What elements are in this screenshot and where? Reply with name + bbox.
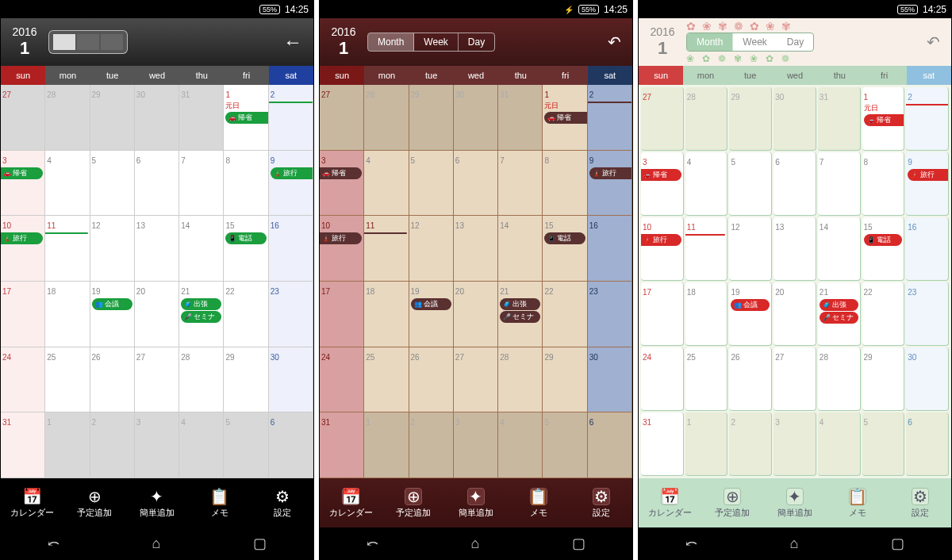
day-cell[interactable]: 15📱電話 — [543, 216, 587, 282]
day-cell[interactable]: 26 — [409, 347, 454, 413]
event-chip[interactable] — [269, 102, 313, 103]
event-chip[interactable]: 👥会議 — [411, 298, 451, 310]
day-cell[interactable]: 13 — [135, 216, 179, 282]
day-cell[interactable]: 26 — [729, 347, 772, 411]
day-cell[interactable]: 11 — [45, 216, 90, 282]
toolbar-note-button[interactable]: 📋メモ — [507, 478, 570, 527]
day-cell[interactable]: 9🗼旅行 — [588, 151, 632, 217]
day-cell[interactable]: 4 — [818, 412, 861, 476]
day-cell[interactable]: 31 — [498, 85, 543, 151]
event-chip[interactable]: 🗼旅行 — [320, 232, 362, 244]
event-chip[interactable]: 🎤セミナ — [820, 312, 858, 324]
day-cell[interactable]: 21🧳出張🎤セミナ — [498, 282, 543, 347]
day-cell[interactable]: 4 — [685, 152, 728, 216]
home-icon[interactable]: ⌂ — [790, 535, 799, 552]
day-cell[interactable]: 27 — [774, 347, 816, 411]
event-chip[interactable]: 🗼旅行 — [1, 232, 43, 244]
view-tab-week[interactable]: Week — [733, 33, 777, 51]
day-cell[interactable]: 23 — [588, 282, 632, 347]
day-cell[interactable]: 20 — [774, 282, 816, 346]
day-cell[interactable]: 29 — [90, 85, 135, 151]
day-cell[interactable]: 28 — [498, 347, 543, 413]
toolbar-plus-button[interactable]: ⊕予定追加 — [701, 478, 764, 527]
event-chip[interactable]: 🗼旅行 — [641, 234, 681, 246]
day-cell[interactable]: 5 — [543, 412, 587, 478]
day-cell[interactable]: 2 — [409, 412, 454, 478]
day-cell[interactable]: 30 — [774, 87, 816, 151]
day-cell[interactable]: 3 — [774, 412, 816, 476]
day-cell[interactable]: 23 — [269, 282, 313, 347]
day-cell[interactable]: 6 — [906, 412, 949, 476]
back-icon[interactable]: ⤺ — [48, 535, 60, 552]
event-chip[interactable]: 🗼旅行 — [908, 169, 949, 181]
event-chip[interactable]: 🚗帰省 — [864, 114, 905, 126]
day-cell[interactable]: 2 — [906, 87, 949, 151]
day-cell[interactable]: 17 — [320, 282, 364, 347]
event-chip[interactable] — [364, 232, 406, 234]
day-cell[interactable]: 25 — [364, 347, 409, 413]
day-cell[interactable]: 17 — [1, 282, 45, 347]
toolbar-star-plus-button[interactable]: ✦簡単追加 — [126, 478, 189, 527]
day-cell[interactable]: 18 — [45, 282, 90, 347]
event-chip[interactable]: 🗼旅行 — [589, 167, 632, 179]
day-cell[interactable]: 2 — [588, 85, 632, 151]
day-cell[interactable]: 1 — [45, 412, 90, 478]
back-button[interactable]: ↶ — [601, 29, 628, 55]
day-cell[interactable]: 5 — [862, 412, 905, 476]
day-cell[interactable]: 22 — [543, 282, 587, 347]
toolbar-gear-button[interactable]: ⚙設定 — [251, 478, 313, 527]
day-cell[interactable]: 5 — [409, 151, 454, 217]
recent-icon[interactable]: ▢ — [891, 535, 904, 552]
day-cell[interactable]: 13 — [774, 217, 816, 281]
day-cell[interactable]: 1 — [364, 412, 409, 478]
day-cell[interactable]: 5 — [224, 412, 268, 478]
day-cell[interactable]: 11 — [364, 216, 409, 282]
day-cell[interactable]: 12 — [90, 216, 135, 282]
day-cell[interactable]: 28 — [45, 85, 90, 151]
day-cell[interactable]: 1元日🚗帰省 — [224, 85, 268, 151]
day-cell[interactable]: 10🗼旅行 — [641, 217, 684, 281]
day-cell[interactable]: 4 — [364, 151, 409, 217]
day-cell[interactable]: 24 — [641, 347, 684, 411]
view-tab-month[interactable] — [53, 34, 75, 50]
day-cell[interactable]: 10🗼旅行 — [1, 216, 45, 282]
day-cell[interactable]: 29 — [409, 85, 454, 151]
event-chip[interactable] — [685, 234, 726, 236]
day-cell[interactable]: 15📱電話 — [862, 217, 905, 281]
event-chip[interactable]: 🚗帰省 — [320, 167, 362, 179]
view-tab-month[interactable]: Month — [687, 33, 733, 51]
day-cell[interactable]: 4 — [179, 412, 224, 478]
day-cell[interactable]: 24 — [1, 347, 45, 413]
day-cell[interactable]: 1元日🚗帰省 — [862, 87, 905, 151]
toolbar-star-plus-button[interactable]: ✦簡単追加 — [764, 478, 827, 527]
day-cell[interactable]: 28 — [179, 347, 224, 413]
day-cell[interactable]: 30 — [454, 85, 498, 151]
event-chip[interactable]: 🚗帰省 — [641, 169, 681, 181]
day-cell[interactable]: 22 — [224, 282, 268, 347]
day-cell[interactable]: 27 — [454, 347, 498, 413]
day-cell[interactable]: 31 — [641, 412, 684, 476]
event-chip[interactable]: 📱電話 — [225, 232, 266, 244]
day-cell[interactable]: 24 — [320, 347, 364, 413]
day-cell[interactable]: 7 — [179, 151, 224, 217]
day-cell[interactable]: 9🗼旅行 — [906, 152, 949, 216]
day-cell[interactable]: 25 — [685, 347, 728, 411]
day-cell[interactable]: 3🚗帰省 — [320, 151, 364, 217]
day-cell[interactable]: 9🗼旅行 — [269, 151, 313, 217]
home-icon[interactable]: ⌂ — [152, 535, 161, 552]
day-cell[interactable]: 2 — [729, 412, 772, 476]
day-cell[interactable]: 28 — [818, 347, 861, 411]
day-cell[interactable]: 19👥会議 — [409, 282, 454, 347]
toolbar-calendar-button[interactable]: 📅カレンダー — [320, 478, 382, 527]
day-cell[interactable]: 29 — [729, 87, 772, 151]
day-cell[interactable]: 22 — [862, 282, 905, 346]
day-cell[interactable]: 29 — [224, 347, 268, 413]
view-tab-day[interactable]: Day — [459, 33, 494, 51]
day-cell[interactable]: 29 — [862, 347, 905, 411]
day-cell[interactable]: 6 — [454, 151, 498, 217]
event-chip[interactable]: 🧳出張 — [820, 299, 858, 311]
event-chip[interactable]: 🧳出張 — [500, 298, 540, 310]
day-cell[interactable]: 2 — [90, 412, 135, 478]
toolbar-note-button[interactable]: 📋メモ — [826, 478, 889, 527]
day-cell[interactable]: 19👥会議 — [90, 282, 135, 347]
